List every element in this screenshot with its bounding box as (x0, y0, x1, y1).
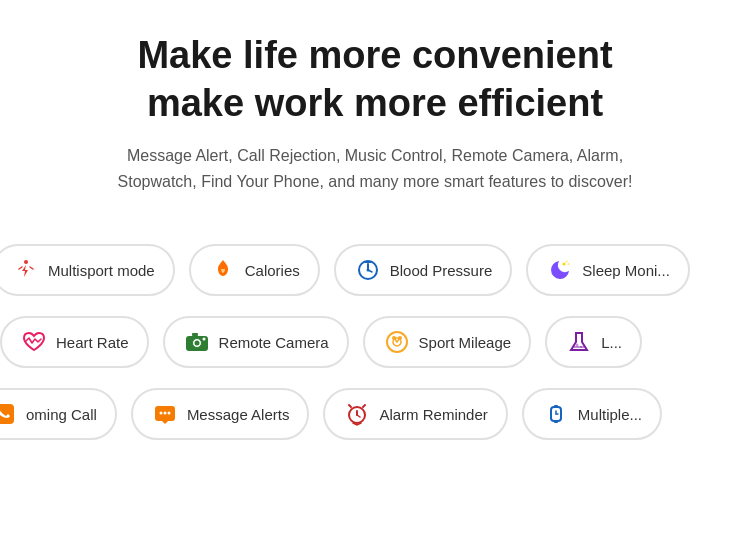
pill-lab-label: L... (601, 334, 622, 351)
pill-multisport-label: Multisport mode (48, 262, 155, 279)
lab-icon (565, 328, 593, 356)
subtitle-text: Message Alert, Call Rejection, Music Con… (95, 143, 655, 194)
svg-point-21 (159, 412, 162, 415)
feature-row-3: oming Call Message Alerts (0, 378, 720, 450)
feature-row-1: Multisport mode Calories (0, 234, 742, 306)
alarm-icon (343, 400, 371, 428)
svg-point-4 (366, 269, 369, 272)
pill-bloodpressure[interactable]: Blood Pressure (334, 244, 513, 296)
features-section: Multisport mode Calories (0, 218, 750, 450)
svg-point-22 (163, 412, 166, 415)
pill-remotecamera[interactable]: Remote Camera (163, 316, 349, 368)
pill-calories-label: Calories (245, 262, 300, 279)
pill-multisport[interactable]: Multisport mode (0, 244, 175, 296)
svg-rect-10 (192, 333, 198, 336)
pill-incomingcall-label: oming Call (26, 406, 97, 423)
pill-multiplewatch[interactable]: Multiple... (522, 388, 662, 440)
pill-alarmreminder-label: Alarm Reminder (379, 406, 487, 423)
pill-lab[interactable]: L... (545, 316, 642, 368)
header-section: Make life more convenient make work more… (0, 0, 750, 218)
pill-messagealerts[interactable]: Message Alerts (131, 388, 310, 440)
pill-incomingcall[interactable]: oming Call (0, 388, 117, 440)
svg-rect-30 (554, 405, 558, 407)
svg-rect-5 (364, 261, 372, 263)
svg-line-28 (363, 405, 365, 407)
heartrate-icon (20, 328, 48, 356)
svg-point-23 (167, 412, 170, 415)
multisport-icon (12, 256, 40, 284)
svg-line-27 (349, 405, 351, 407)
camera-icon (183, 328, 211, 356)
sleep-icon (546, 256, 574, 284)
message-icon (151, 400, 179, 428)
pill-sportmileage-label: Sport Mileage (419, 334, 512, 351)
pill-heartrate[interactable]: Heart Rate (0, 316, 149, 368)
pill-sleep[interactable]: Sleep Moni... (526, 244, 690, 296)
watch-icon (542, 400, 570, 428)
svg-line-26 (357, 415, 360, 417)
pill-sleep-label: Sleep Moni... (582, 262, 670, 279)
svg-rect-31 (554, 421, 558, 423)
pill-alarmreminder[interactable]: Alarm Reminder (323, 388, 507, 440)
svg-point-6 (563, 263, 566, 266)
pill-multiplewatch-label: Multiple... (578, 406, 642, 423)
svg-point-17 (576, 344, 579, 347)
svg-point-0 (24, 260, 28, 264)
pill-messagealerts-label: Message Alerts (187, 406, 290, 423)
pill-bloodpressure-label: Blood Pressure (390, 262, 493, 279)
main-title: Make life more convenient make work more… (60, 32, 690, 127)
pill-sportmileage[interactable]: Sport Mileage (363, 316, 532, 368)
sport-icon (383, 328, 411, 356)
bloodpressure-icon (354, 256, 382, 284)
svg-point-11 (202, 338, 205, 341)
svg-point-9 (194, 341, 199, 346)
pill-calories[interactable]: Calories (189, 244, 320, 296)
pill-remotecamera-label: Remote Camera (219, 334, 329, 351)
call-icon (0, 400, 18, 428)
feature-row-2: Heart Rate Remote Camera (0, 306, 750, 378)
pill-heartrate-label: Heart Rate (56, 334, 129, 351)
calories-icon (209, 256, 237, 284)
